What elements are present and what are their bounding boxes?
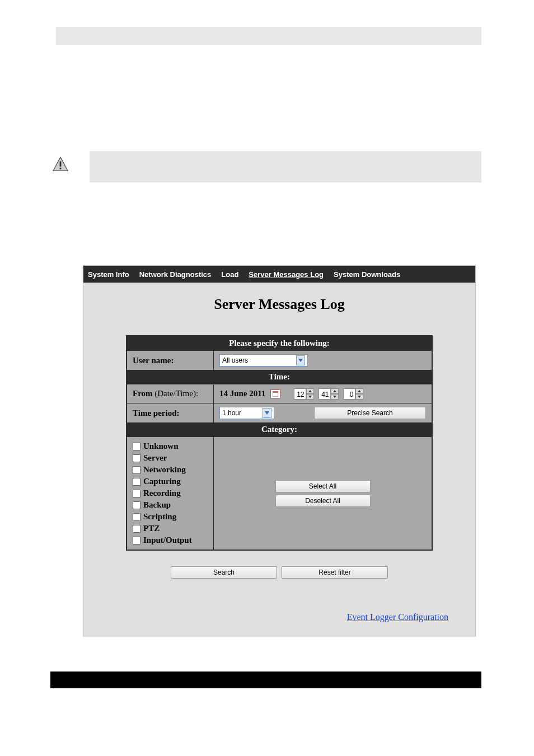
tab-system-downloads[interactable]: System Downloads [334,270,400,279]
category-recording[interactable]: Recording [133,489,208,498]
minute-spinner[interactable]: 41 [318,388,339,400]
calendar-icon[interactable] [270,389,280,398]
note-box [90,151,481,182]
section-header-specify: Please specify the following: [127,336,432,350]
user-select[interactable]: All users [219,354,308,367]
category-list: Unknown Server Networking Capturing Reco… [127,437,214,550]
category-server[interactable]: Server [133,453,208,463]
checkbox-icon[interactable] [133,466,140,474]
deselect-all-button[interactable]: Deselect All [275,495,371,507]
svg-marker-6 [308,390,312,392]
label-period: Time period: [127,403,214,422]
label-username: User name: [127,351,214,370]
svg-rect-4 [273,392,278,397]
tab-bar: System Info Network Diagnostics Load Ser… [83,266,475,283]
checkbox-icon[interactable] [133,513,140,521]
checkbox-icon[interactable] [133,443,140,450]
search-button[interactable]: Search [171,566,277,579]
category-unknown[interactable]: Unknown [133,442,208,451]
minute-down-button[interactable] [331,394,339,400]
from-date-value: 14 June 2011 [219,389,266,398]
reset-filter-button[interactable]: Reset filter [282,566,388,579]
svg-marker-8 [333,390,336,392]
svg-rect-1 [60,161,62,166]
minute-up-button[interactable] [331,388,339,394]
svg-marker-9 [333,396,336,398]
warning-icon [51,156,69,173]
category-capturing[interactable]: Capturing [133,477,208,486]
second-spinner[interactable]: 0 [343,388,363,400]
section-header-time: Time: [127,370,432,384]
svg-marker-3 [298,359,303,362]
period-select-value: 1 hour [222,409,260,417]
checkbox-icon[interactable] [133,537,140,544]
category-networking[interactable]: Networking [133,465,208,475]
precise-search-button[interactable]: Precise Search [314,407,426,419]
section-header-category: Category: [127,422,432,436]
hour-down-button[interactable] [306,394,314,400]
category-ptz[interactable]: PTZ [133,524,208,533]
second-up-button[interactable] [355,388,363,394]
category-scripting[interactable]: Scripting [133,512,208,522]
tab-server-messages-log[interactable]: Server Messages Log [249,270,324,279]
tab-load[interactable]: Load [221,270,238,279]
svg-rect-5 [273,391,278,393]
svg-marker-12 [265,411,269,415]
page-header-bar [56,27,481,45]
label-from: From (Date/Time): [127,384,214,403]
category-backup[interactable]: Backup [133,500,208,510]
checkbox-icon[interactable] [133,501,140,509]
page-footer-bar [50,672,481,688]
svg-marker-10 [358,390,361,392]
category-input-output[interactable]: Input/Output [133,536,208,545]
user-select-value: All users [222,356,294,364]
checkbox-icon[interactable] [133,525,140,533]
tab-network-diagnostics[interactable]: Network Diagnostics [139,270,212,279]
checkbox-icon[interactable] [133,454,140,462]
checkbox-icon[interactable] [133,478,140,486]
chevron-down-icon [296,355,305,365]
filter-form: Please specify the following: User name:… [126,335,433,551]
second-value[interactable]: 0 [343,388,355,400]
tab-system-info[interactable]: System Info [88,270,129,279]
period-select[interactable]: 1 hour [219,407,274,419]
hour-spinner[interactable]: 12 [294,388,314,400]
svg-rect-2 [60,168,62,170]
second-down-button[interactable] [355,394,363,400]
svg-marker-11 [358,396,361,398]
select-all-button[interactable]: Select All [275,480,371,492]
hour-up-button[interactable] [306,388,314,394]
checkbox-icon[interactable] [133,490,140,497]
minute-value[interactable]: 41 [318,388,331,400]
hour-value[interactable]: 12 [294,388,306,400]
svg-marker-7 [308,396,312,398]
chevron-down-icon [263,408,271,418]
app-window: System Info Network Diagnostics Load Ser… [83,265,476,636]
event-logger-config-link[interactable]: Event Logger Configuration [347,612,448,622]
page-title: Server Messages Log [83,283,475,335]
